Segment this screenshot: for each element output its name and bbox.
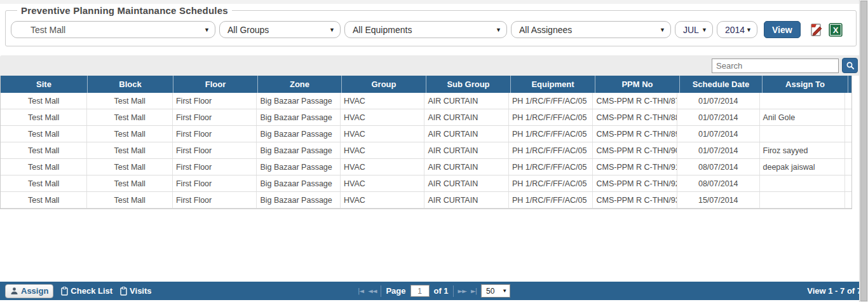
cell-assign-to [760, 126, 846, 142]
year-select-value: 2014 [725, 25, 745, 35]
cell-group: HVAC [341, 159, 425, 175]
month-select[interactable]: JUL ▼ [675, 21, 713, 38]
clipboard-icon [61, 287, 68, 296]
equipment-select[interactable]: All Equipments ▼ [344, 21, 507, 38]
check-list-label: Check List [71, 286, 112, 296]
cell-schedule-date: 15/07/2014 [677, 192, 760, 208]
cell-filler [845, 192, 851, 208]
cell-equipment: PH 1/RC/F/FF/AC/05 [509, 142, 593, 158]
cell-zone: Big Bazaar Passage [257, 93, 341, 109]
cell-floor: First Floor [173, 126, 257, 142]
table-header-row: SiteBlockFloorZoneGroupSub GroupEquipmen… [1, 76, 851, 93]
cell-floor: First Floor [173, 142, 257, 158]
cell-group: HVAC [341, 109, 425, 125]
cell-equipment: PH 1/RC/F/FF/AC/05 [509, 109, 593, 125]
cell-equipment: PH 1/RC/F/FF/AC/05 [509, 93, 593, 109]
cell-group: HVAC [341, 126, 425, 142]
cell-group: HVAC [341, 192, 425, 208]
cell-ppm-no: CMS-PPM R C-THN/88 [593, 109, 677, 125]
group-select[interactable]: All Groups ▼ [219, 21, 341, 38]
cell-assign-to [760, 192, 846, 208]
vertical-scrollbar[interactable] [859, 0, 868, 302]
view-range-info: View 1 - 7 of 7 [807, 286, 862, 296]
cell-block: Test Mall [87, 159, 173, 175]
excel-export-icon[interactable]: X [829, 23, 843, 37]
table-row[interactable]: Test MallTest MallFirst FloorBig Bazaar … [1, 93, 851, 109]
site-select[interactable]: Test Mall ▼ [11, 21, 215, 38]
cell-group: HVAC [341, 93, 425, 109]
cell-ppm-no: CMS-PPM R C-THN/89 [593, 126, 677, 142]
cell-floor: First Floor [173, 109, 257, 125]
cell-filler [845, 109, 851, 125]
cell-ppm-no: CMS-PPM R C-THN/90 [593, 142, 677, 158]
assignee-select[interactable]: All Assignees ▼ [511, 21, 671, 38]
year-select[interactable]: 2014 ▼ [717, 21, 757, 38]
table-row[interactable]: Test MallTest MallFirst FloorBig Bazaar … [1, 159, 851, 175]
cell-filler [845, 93, 851, 109]
cell-zone: Big Bazaar Passage [257, 175, 341, 191]
view-button[interactable]: View [764, 21, 801, 38]
chevron-down-icon: ▼ [702, 27, 707, 33]
column-header-floor[interactable]: Floor [173, 76, 258, 93]
pager-next-icon[interactable]: ►► [458, 287, 466, 294]
cell-schedule-date: 01/07/2014 [677, 142, 760, 158]
column-header-zone[interactable]: Zone [258, 76, 342, 93]
column-header-group[interactable]: Group [342, 76, 426, 93]
filter-fieldset: Preventive Planning Maintanance Schedule… [5, 5, 857, 46]
table-row[interactable]: Test MallTest MallFirst FloorBig Bazaar … [1, 142, 851, 159]
column-header-block[interactable]: Block [88, 76, 173, 93]
cell-equipment: PH 1/RC/F/FF/AC/05 [509, 175, 593, 191]
pager-separator [381, 285, 381, 297]
cell-zone: Big Bazaar Passage [257, 159, 341, 175]
page-number-input[interactable] [410, 285, 429, 297]
cell-zone: Big Bazaar Passage [257, 126, 341, 142]
cell-block: Test Mall [87, 192, 173, 208]
column-header-sub-group[interactable]: Sub Group [426, 76, 511, 93]
cell-assign-to: Firoz sayyed [760, 142, 846, 158]
search-button[interactable] [842, 58, 858, 73]
column-header-schedule-date[interactable]: Schedule Date [680, 76, 763, 93]
table-row[interactable]: Test MallTest MallFirst FloorBig Bazaar … [1, 109, 851, 126]
pdf-export-icon[interactable] [810, 23, 824, 37]
table-row[interactable]: Test MallTest MallFirst FloorBig Bazaar … [1, 192, 851, 209]
assign-button[interactable]: Assign [5, 284, 53, 298]
page-size-value: 50 [486, 287, 494, 296]
table-row[interactable]: Test MallTest MallFirst FloorBig Bazaar … [1, 126, 851, 142]
cell-schedule-date: 01/07/2014 [677, 93, 760, 109]
column-header-equipment[interactable]: Equipment [511, 76, 595, 93]
scrollbar-thumb[interactable] [860, 1, 867, 301]
page-size-select[interactable]: 50 ▼ [481, 284, 510, 298]
cell-zone: Big Bazaar Passage [257, 142, 341, 158]
column-header-site[interactable]: Site [1, 76, 88, 93]
filter-row: Test Mall ▼ All Groups ▼ All Equipments … [11, 20, 851, 38]
cell-sub-group: AIR CURTAIN [424, 126, 509, 142]
cell-site: Test Mall [1, 175, 87, 191]
cell-assign-to [760, 175, 846, 191]
column-header-assign-to[interactable]: Assign To [763, 76, 848, 93]
cell-zone: Big Bazaar Passage [257, 192, 341, 208]
cell-assign-to [760, 93, 846, 109]
table-row[interactable]: Test MallTest MallFirst FloorBig Bazaar … [1, 175, 851, 192]
cell-equipment: PH 1/RC/F/FF/AC/05 [509, 192, 593, 208]
pager-prev-icon[interactable]: ◄◄ [368, 287, 376, 294]
chevron-down-icon: ▼ [496, 27, 501, 33]
cell-equipment: PH 1/RC/F/FF/AC/05 [509, 126, 593, 142]
visits-button[interactable]: Visits [120, 286, 151, 296]
cell-ppm-no: CMS-PPM R C-THN/91 [593, 159, 677, 175]
cell-group: HVAC [341, 142, 425, 158]
grid-toolbar [0, 55, 868, 76]
person-icon [10, 287, 18, 295]
pager: |◄ ◄◄ Page of 1 ►► ►| 50 ▼ [358, 282, 510, 300]
cell-zone: Big Bazaar Passage [257, 109, 341, 125]
cell-sub-group: AIR CURTAIN [424, 159, 509, 175]
schedules-grid: SiteBlockFloorZoneGroupSub GroupEquipmen… [0, 76, 852, 209]
cell-sub-group: AIR CURTAIN [424, 93, 509, 109]
pager-first-icon[interactable]: |◄ [358, 287, 363, 294]
check-list-button[interactable]: Check List [61, 286, 112, 296]
column-header-ppm-no[interactable]: PPM No [595, 76, 680, 93]
search-input[interactable] [712, 58, 839, 73]
cell-site: Test Mall [1, 142, 87, 158]
pager-last-icon[interactable]: ►| [471, 287, 477, 294]
top-strip [0, 0, 868, 4]
chevron-down-icon: ▼ [329, 27, 335, 33]
